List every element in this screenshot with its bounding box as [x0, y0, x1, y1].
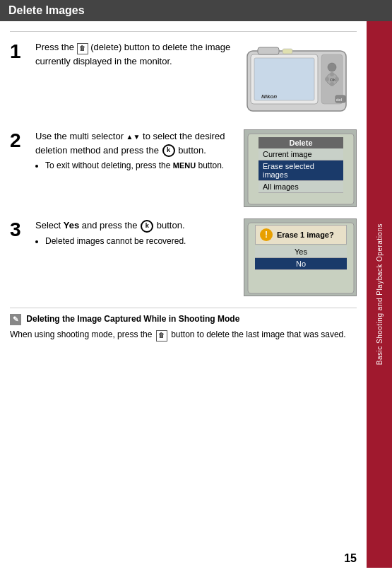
svg-rect-3: [258, 47, 279, 54]
svg-point-10: [335, 77, 339, 81]
svg-point-12: [330, 82, 334, 86]
svg-rect-4: [283, 49, 292, 54]
sidebar: Basic Shooting and Playback Operations: [367, 21, 392, 568]
step-3-bullet-1: Deleted images cannot be recovered.: [45, 235, 238, 247]
sidebar-label: Basic Shooting and Playback Operations: [376, 223, 384, 365]
step-3-text-main: Select Yes and press the k button.: [35, 220, 185, 230]
erase-title: Erase 1 image?: [277, 230, 334, 239]
step-1-image: OK del Nikon: [244, 40, 357, 118]
header: Delete Images: [0, 0, 392, 21]
erase-warning-box: ! Erase 1 image?: [255, 225, 347, 245]
note-text-start: When using shooting mode, press the: [10, 329, 152, 339]
warning-icon: !: [260, 228, 273, 241]
note-icon: ✎: [10, 314, 21, 325]
svg-point-11: [330, 72, 334, 76]
step-1-content: Press the 🗑 (delete) button to delete th…: [35, 40, 357, 118]
erase-menu-illustration: ! Erase 1 image? Yes No: [244, 218, 357, 296]
step-1: 1 Press the 🗑 (delete) button to delete …: [10, 40, 357, 118]
note-delete-icon: 🗑: [156, 330, 167, 342]
yes-label: Yes: [64, 220, 79, 230]
delete-icon: 🗑: [77, 43, 88, 54]
erase-option-yes: Yes: [255, 246, 347, 258]
step-1-number: 1: [10, 42, 30, 62]
step-1-text-main: Press the 🗑 (delete) button to delete th…: [35, 42, 230, 66]
note-text-end: button to delete the last image that was…: [171, 329, 346, 339]
delete-menu-title: Delete: [259, 137, 343, 148]
step-2-bullets: To exit without deleting, press the MENU…: [45, 160, 238, 172]
delete-menu-item-0: Current image: [259, 148, 343, 160]
svg-point-9: [325, 77, 329, 81]
header-divider: [10, 31, 357, 32]
svg-text:Nikon: Nikon: [261, 93, 277, 100]
step-2-text: Use the multi selector to select the des…: [35, 129, 244, 172]
step-2: 2 Use the multi selector to select the d…: [10, 129, 357, 207]
erase-menu-panel: ! Erase 1 image? Yes No: [255, 225, 347, 270]
note-title: ✎ Deleting the Image Captured While in S…: [10, 314, 357, 325]
note-text: When using shooting mode, press the 🗑 bu…: [10, 328, 357, 342]
menu-label: MENU: [173, 161, 196, 170]
step-3-bullets: Deleted images cannot be recovered.: [45, 235, 238, 247]
erase-option-no: No: [255, 258, 347, 270]
step-3-image: ! Erase 1 image? Yes No: [244, 218, 357, 296]
step-3-number: 3: [10, 220, 30, 240]
step-3-text: Select Yes and press the k button. Delet…: [35, 218, 244, 247]
svg-point-6: [328, 63, 336, 71]
delete-menu-illustration: Delete Current image Erase selected imag…: [244, 129, 357, 207]
step-2-number: 2: [10, 131, 30, 151]
note-section: ✎ Deleting the Image Captured While in S…: [10, 308, 357, 342]
triangle-down-icon: [133, 131, 141, 141]
ok-button-icon: k: [162, 144, 175, 157]
step-2-content: Use the multi selector to select the des…: [35, 129, 357, 207]
step-3-content: Select Yes and press the k button. Delet…: [35, 218, 357, 296]
delete-menu-item-1: Erase selected images: [259, 160, 343, 181]
step-1-text: Press the 🗑 (delete) button to delete th…: [35, 40, 244, 68]
step-3: 3 Select Yes and press the k button. Del…: [10, 218, 357, 296]
ok-button-icon-3: k: [141, 220, 153, 233]
delete-menu-panel: Delete Current image Erase selected imag…: [259, 137, 343, 193]
page-title: Delete Images: [8, 4, 85, 17]
note-title-text: Deleting the Image Captured While in Sho…: [26, 314, 239, 324]
delete-menu-item-2: All images: [259, 181, 343, 193]
main-content: 1 Press the 🗑 (delete) button to delete …: [0, 21, 367, 568]
camera-illustration: OK del Nikon: [244, 40, 357, 118]
page-number: 15: [344, 552, 357, 565]
triangle-up-icon: [126, 131, 133, 141]
step-2-text-main: Use the multi selector to select the des…: [35, 131, 225, 156]
step-2-bullet-1: To exit without deleting, press the MENU…: [45, 160, 238, 172]
svg-text:del: del: [336, 98, 342, 102]
step-2-image: Delete Current image Erase selected imag…: [244, 129, 357, 207]
